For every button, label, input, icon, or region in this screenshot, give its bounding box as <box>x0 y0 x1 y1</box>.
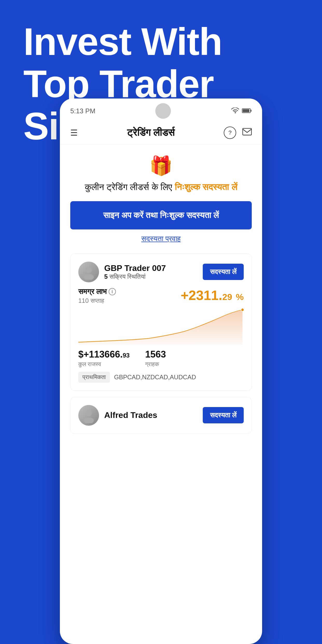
avatar-2 <box>78 405 99 426</box>
svg-rect-3 <box>243 109 249 112</box>
help-button[interactable]: ? <box>224 127 236 139</box>
svg-point-5 <box>86 267 92 273</box>
svg-point-0 <box>235 112 236 113</box>
priority-section: प्राथमिकता GBPCAD,NZDCAD,AUDCAD <box>78 372 244 383</box>
trader-card-1: GBP Trader 007 5 सक्रिय स्थितियां सदस्यत… <box>70 254 252 391</box>
weeks-label: 110 सप्ताह <box>78 297 116 304</box>
camera-notch <box>155 103 171 119</box>
gift-icon: 🎁 <box>70 155 252 177</box>
trader-info: GBP Trader 007 5 सक्रिय स्थितियां <box>78 262 166 282</box>
svg-point-6 <box>83 274 94 280</box>
trader-2-details: Alfred Trades <box>104 410 157 420</box>
app-header: ☰ ट्रेडिंग लीडर्स ? <box>60 121 262 144</box>
app-title: ट्रेडिंग लीडर्स <box>127 127 175 138</box>
trader-stats: $+113666.93 कुल राजस्व 1563 ग्राहक <box>78 349 244 368</box>
header-actions: ? <box>224 127 252 139</box>
info-icon[interactable]: i <box>109 288 116 295</box>
revenue-stat: $+113666.93 कुल राजस्व <box>78 349 130 368</box>
battery-icon <box>242 107 252 115</box>
profit-label: समग्र लाभ i <box>78 288 116 296</box>
profit-chart <box>78 309 244 345</box>
trader-card-header: GBP Trader 007 5 सक्रिय स्थितियां सदस्यत… <box>78 262 244 282</box>
phone-mockup: 5:13 PM <box>60 99 262 644</box>
subscribe-button-2[interactable]: सदस्यता लें <box>203 407 244 423</box>
revenue-value: $+113666.93 <box>78 349 130 360</box>
trader-card-2: Alfred Trades सदस्यता लें <box>70 397 252 434</box>
svg-point-7 <box>241 309 244 311</box>
question-icon: ? <box>228 129 232 136</box>
signup-button[interactable]: साइन अप करें तथा निःशुल्क सदस्यता लें <box>70 201 252 229</box>
priority-pairs: GBPCAD,NZDCAD,AUDCAD <box>114 374 196 381</box>
svg-rect-4 <box>243 128 251 135</box>
membership-text: कुलीन ट्रेडिंग लीडर्स के लिए निःशुल्क सद… <box>70 181 252 193</box>
trader-card-2-header: Alfred Trades सदस्यता लें <box>78 405 244 426</box>
status-icons <box>231 107 252 115</box>
wifi-icon <box>231 107 239 115</box>
customers-label: ग्राहक <box>145 361 166 368</box>
revenue-label: कुल राजस्व <box>78 361 130 368</box>
menu-icon[interactable]: ☰ <box>70 128 78 138</box>
trader-name: GBP Trader 007 <box>104 263 166 273</box>
svg-point-9 <box>83 417 94 423</box>
avatar <box>78 262 99 282</box>
app-content: 🎁 कुलीन ट्रेडिंग लीडर्स के लिए निःशुल्क … <box>60 144 262 444</box>
membership-flow-link[interactable]: सदस्यता प्रवाह <box>70 235 252 243</box>
trader-status: 5 सक्रिय स्थितियां <box>104 273 166 280</box>
svg-point-8 <box>86 410 92 416</box>
customers-stat: 1563 ग्राहक <box>145 349 166 368</box>
subscribe-button-1[interactable]: सदस्यता लें <box>203 264 244 280</box>
trader-2-info: Alfred Trades <box>78 405 157 426</box>
promotion-section: 🎁 कुलीन ट्रेडिंग लीडर्स के लिए निःशुल्क … <box>70 155 252 193</box>
profit-left: समग्र लाभ i 110 सप्ताह <box>78 288 116 304</box>
message-icon[interactable] <box>242 128 252 138</box>
svg-rect-2 <box>250 110 251 112</box>
status-time: 5:13 PM <box>70 107 95 115</box>
status-bar: 5:13 PM <box>60 99 262 121</box>
customers-value: 1563 <box>145 349 166 360</box>
trader-2-name: Alfred Trades <box>104 410 157 420</box>
trader-details: GBP Trader 007 5 सक्रिय स्थितियां <box>104 263 166 280</box>
profit-section: समग्र लाभ i 110 सप्ताह +2311.29 % <box>78 288 244 304</box>
priority-badge: प्राथमिकता <box>78 372 110 383</box>
profit-value: +2311.29 % <box>181 288 244 303</box>
